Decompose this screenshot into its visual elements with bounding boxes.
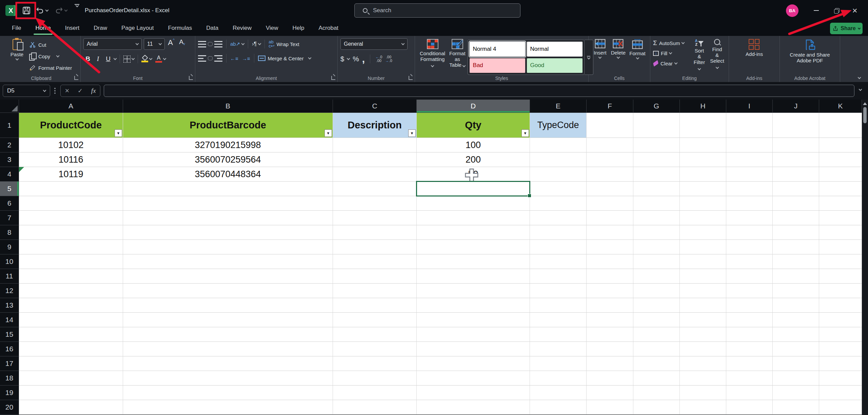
scroll-up-arrow-icon[interactable] [863,102,867,105]
cell-I20[interactable] [726,400,773,415]
search-input[interactable]: Search [354,3,520,18]
tab-home[interactable]: Home [28,21,58,36]
cell-B13[interactable] [123,298,333,313]
cell-F14[interactable] [587,313,633,327]
scrollbar-thumb[interactable] [863,107,867,123]
cancel-entry-button[interactable]: × [65,86,69,95]
formula-input[interactable] [104,85,854,97]
cell-D5[interactable] [417,182,530,196]
cell-H11[interactable] [680,269,726,284]
cell-K16[interactable] [819,342,862,356]
cell-I3[interactable] [726,152,773,167]
cell-K9[interactable] [819,240,862,254]
cell-C16[interactable] [333,342,417,356]
cell-F17[interactable] [587,356,633,371]
insert-function-button[interactable]: fx [91,87,96,95]
cell-H10[interactable] [680,254,726,269]
cell-F13[interactable] [587,298,633,313]
cell-F7[interactable] [587,211,633,225]
cell-I19[interactable] [726,386,773,400]
cell-A16[interactable] [19,342,123,356]
cell-F3[interactable] [587,152,633,167]
align-bottom-button[interactable] [214,41,222,47]
tab-insert[interactable]: Insert [58,21,87,36]
cell-A15[interactable] [19,327,123,342]
cell-F4[interactable] [587,167,633,182]
cell-J17[interactable] [773,356,819,371]
tab-formulas[interactable]: Formulas [161,21,199,36]
cell-C11[interactable] [333,269,417,284]
row-header-12[interactable]: 12 [0,284,19,298]
cell-A2[interactable]: 10102 [19,138,123,152]
column-header-I[interactable]: I [726,100,773,113]
cell-B11[interactable] [123,269,333,284]
cell-H20[interactable] [680,400,726,415]
cell-C19[interactable] [333,386,417,400]
cell-H7[interactable] [680,211,726,225]
cell-G3[interactable] [633,152,680,167]
cell-I13[interactable] [726,298,773,313]
underline-chevron-icon[interactable] [114,57,117,60]
cell-E8[interactable] [530,225,587,240]
cell-C2[interactable] [333,138,417,152]
cell-J12[interactable] [773,284,819,298]
cell-G2[interactable] [633,138,680,152]
cell-G6[interactable] [633,196,680,211]
cell-A14[interactable] [19,313,123,327]
cell-J7[interactable] [773,211,819,225]
cell-B14[interactable] [123,313,333,327]
filter-button-D1[interactable]: ▼ [521,129,529,137]
cell-D3[interactable]: 200 [417,152,530,167]
cell-E19[interactable] [530,386,587,400]
cell-K18[interactable] [819,371,862,386]
cell-E20[interactable] [530,400,587,415]
confirm-entry-button[interactable]: ✓ [78,87,83,95]
cell-G8[interactable] [633,225,680,240]
cell-G18[interactable] [633,371,680,386]
cell-G12[interactable] [633,284,680,298]
row-header-16[interactable]: 16 [0,342,19,356]
cell-B8[interactable] [123,225,333,240]
cell-B3[interactable]: 3560070259564 [123,152,333,167]
insert-cells-button[interactable]: Insert [591,38,609,75]
cell-C17[interactable] [333,356,417,371]
cell-E4[interactable] [530,167,587,182]
cell-I7[interactable] [726,211,773,225]
cell-G17[interactable] [633,356,680,371]
cell-G15[interactable] [633,327,680,342]
cell-J2[interactable] [773,138,819,152]
cell-J16[interactable] [773,342,819,356]
share-button[interactable]: Share [830,23,863,34]
underline-button[interactable]: U [104,55,113,63]
cell-K5[interactable] [819,182,862,196]
style-normal[interactable]: Normal [527,42,583,57]
conditional-formatting-button[interactable]: Conditional Formatting [418,38,447,75]
account-avatar[interactable]: BA [786,4,798,17]
cell-F20[interactable] [587,400,633,415]
cell-K3[interactable] [819,152,862,167]
cell-A20[interactable] [19,400,123,415]
cell-B5[interactable] [123,182,333,196]
column-header-J[interactable]: J [773,100,819,113]
cell-G10[interactable] [633,254,680,269]
row-header-11[interactable]: 11 [0,269,19,284]
row-header-5[interactable]: 5 [0,182,19,196]
align-middle-button[interactable] [208,42,213,46]
cell-A13[interactable] [19,298,123,313]
align-center-button[interactable] [208,56,213,60]
collapse-ribbon-chevron[interactable] [858,76,861,79]
cell-B19[interactable] [123,386,333,400]
cell-G1[interactable] [633,113,680,138]
format-cells-button[interactable]: Format [628,38,647,75]
percent-style-button[interactable]: % [353,55,359,63]
tab-file[interactable]: File [5,21,28,36]
cell-K11[interactable] [819,269,862,284]
cell-I10[interactable] [726,254,773,269]
column-header-B[interactable]: B [123,100,333,113]
row-header-10[interactable]: 10 [0,254,19,269]
cell-J3[interactable] [773,152,819,167]
font-color-button[interactable]: A [155,56,162,63]
select-all-corner[interactable] [0,100,19,113]
align-left-button[interactable] [198,55,206,62]
cell-D9[interactable] [417,240,530,254]
